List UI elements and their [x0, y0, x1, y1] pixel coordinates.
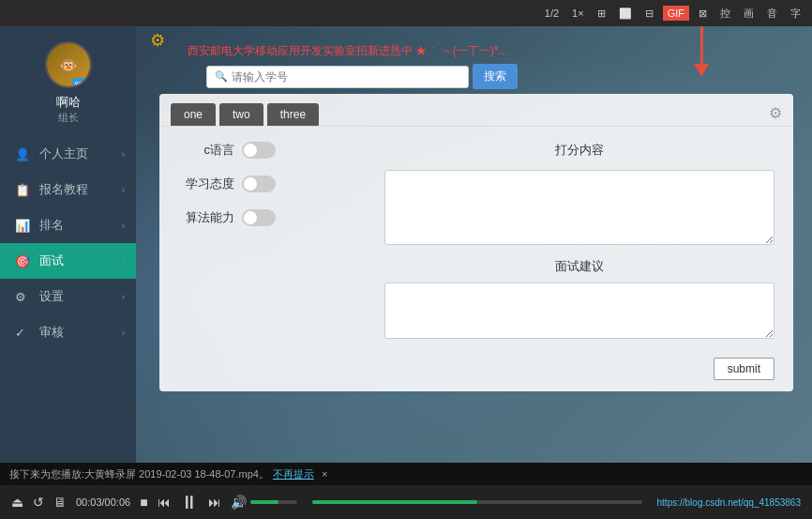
toolbar-control[interactable]: 控 — [716, 5, 734, 23]
search-bar: 🔍 搜索 — [206, 64, 803, 89]
algorithm-toggle[interactable] — [242, 209, 276, 226]
sidebar-item-audit[interactable]: ✓ 审核 › — [0, 314, 136, 350]
prev-icon[interactable]: ⏮ — [158, 495, 171, 510]
form-row-attitude: 学习态度 — [178, 176, 366, 192]
toolbar-gif[interactable]: GIF — [663, 6, 689, 21]
settings-chevron: › — [122, 292, 125, 302]
player-controls: ⏏ ↺ 🖥 00:03/00:06 ■ ⏮ ⏸ ⏭ 🔊 https://blog… — [0, 485, 812, 519]
profile-label: 个人主页 — [39, 145, 88, 162]
toolbar-ratio[interactable]: 1/2 — [541, 6, 563, 21]
search-icon: 🔍 — [215, 70, 228, 83]
enroll-icon: 📋 — [15, 183, 32, 197]
panel-gear-icon[interactable]: ⚙ — [769, 104, 782, 126]
next-icon[interactable]: ⏭ — [208, 495, 221, 510]
eject-icon[interactable]: ⏏ — [11, 495, 23, 510]
audit-icon: ✓ — [15, 326, 32, 340]
submit-row: submit — [159, 358, 793, 391]
submit-button[interactable]: submit — [714, 358, 774, 380]
ranking-label: 排名 — [39, 217, 64, 234]
score-label: 打分内容 — [384, 142, 774, 159]
toolbar-text[interactable]: 字 — [787, 5, 804, 23]
search-input[interactable] — [232, 70, 460, 84]
sidebar-item-enroll[interactable]: 📋 报名教程 › — [0, 172, 136, 207]
screen-icon[interactable]: 🖥 — [53, 495, 67, 510]
interview-label: 面试 — [39, 252, 64, 269]
volume-icon[interactable]: 🔊 — [231, 495, 247, 510]
form-left: c语言 学习态度 算法能力 — [178, 142, 366, 343]
interview-chevron: › — [122, 256, 125, 267]
score-textarea[interactable] — [384, 170, 774, 245]
form-row-algorithm: 算法能力 — [178, 209, 366, 226]
attitude-label: 学习态度 — [178, 176, 234, 192]
sidebar: 🐵 web 啊哈 组长 👤 个人主页 › 📋 报名教程 › 📊 排名 › 🎯 面… — [0, 26, 136, 463]
toolbar-btn-3[interactable]: ⊟ — [641, 6, 657, 22]
form-right: 打分内容 面试建议 — [384, 142, 774, 343]
sidebar-item-ranking[interactable]: 📊 排名 › — [0, 207, 136, 243]
toolbar-zoom[interactable]: 1× — [568, 6, 588, 21]
toolbar-audio[interactable]: 音 — [763, 5, 781, 23]
settings-top-icon[interactable]: ⚙ — [150, 30, 165, 51]
audit-label: 审核 — [39, 324, 64, 341]
sidebar-item-profile[interactable]: 👤 个人主页 › — [0, 136, 136, 172]
toolbar-btn-1[interactable]: ⊞ — [594, 6, 609, 22]
avatar: 🐵 web — [45, 41, 92, 88]
web-badge: web — [72, 78, 92, 88]
top-toolbar: 1/2 1× ⊞ ⬜ ⊟ GIF ⊠ 控 画 音 字 — [0, 0, 812, 26]
pause-icon[interactable]: ⏸ — [180, 492, 199, 513]
audit-chevron: › — [122, 328, 125, 338]
bottom-bar: 接下来为您播放:大黄蜂录屏 2019-02-03 18-48-07.mp4。 不… — [0, 463, 812, 519]
search-button[interactable]: 搜索 — [473, 64, 518, 89]
tab-three[interactable]: three — [267, 103, 319, 126]
sidebar-item-settings[interactable]: ⚙ 设置 › — [0, 279, 136, 314]
marquee-text: 西安邮电大学移动应用开发实验室招新进恳中 ★｀ ～(一丁一)*... — [188, 43, 803, 59]
suggestion-label: 面试建议 — [384, 258, 774, 275]
settings-label: 设置 — [39, 288, 64, 305]
toolbar-draw[interactable]: 画 — [740, 5, 758, 23]
time-display: 00:03/00:06 — [76, 496, 130, 508]
progress-fill — [312, 500, 477, 504]
no-remind-link[interactable]: 不再提示 — [273, 467, 314, 481]
arrow-line — [700, 26, 703, 64]
profile-chevron: › — [122, 149, 125, 160]
toolbar-btn-2[interactable]: ⬜ — [615, 6, 636, 22]
notification-close-icon[interactable]: × — [322, 468, 327, 480]
attitude-toggle[interactable] — [242, 176, 276, 192]
search-input-wrapper[interactable]: 🔍 — [206, 66, 469, 88]
username: 啊哈 — [56, 94, 81, 111]
ranking-chevron: › — [122, 221, 125, 231]
sidebar-profile: 🐵 web 啊哈 组长 — [0, 26, 136, 136]
stop-icon[interactable]: ■ — [140, 495, 147, 510]
form-row-clang: c语言 — [178, 142, 366, 159]
main-panel: one two three ⚙ c语言 学习态度 算法能力 打分内容 面试建议 — [159, 94, 793, 391]
algorithm-label: 算法能力 — [178, 209, 234, 226]
settings-icon: ⚙ — [15, 290, 32, 304]
progress-bar[interactable] — [312, 500, 642, 504]
interview-icon: 🎯 — [15, 254, 32, 268]
suggestion-textarea[interactable] — [384, 282, 774, 339]
ranking-icon: 📊 — [15, 219, 32, 233]
repeat-icon[interactable]: ↺ — [33, 495, 44, 510]
user-role: 组长 — [58, 111, 79, 125]
url-display: https://blog.csdn.net/qq_41853863 — [657, 497, 801, 508]
profile-icon: 👤 — [15, 147, 32, 161]
tab-one[interactable]: one — [171, 103, 216, 126]
sidebar-menu: 👤 个人主页 › 📋 报名教程 › 📊 排名 › 🎯 面试 › ⚙ 设置 › ✓… — [0, 136, 136, 463]
enroll-chevron: › — [122, 185, 125, 195]
form-area: c语言 学习态度 算法能力 打分内容 面试建议 — [159, 127, 793, 358]
volume-area: 🔊 — [231, 495, 297, 510]
clang-label: c语言 — [178, 142, 234, 159]
volume-bar[interactable] — [250, 500, 297, 504]
sidebar-item-interview[interactable]: 🎯 面试 › — [0, 243, 136, 279]
tab-two[interactable]: two — [219, 103, 263, 126]
tab-bar: one two three ⚙ — [159, 94, 793, 127]
enroll-label: 报名教程 — [39, 181, 88, 198]
red-arrow-annotation — [694, 26, 709, 77]
clang-toggle[interactable] — [242, 142, 276, 159]
notification-text: 接下来为您播放:大黄蜂录屏 2019-02-03 18-48-07.mp4。 — [9, 467, 269, 481]
toolbar-btn-4[interactable]: ⊠ — [695, 6, 711, 22]
notification-bar: 接下来为您播放:大黄蜂录屏 2019-02-03 18-48-07.mp4。 不… — [0, 463, 812, 485]
arrow-head — [694, 64, 709, 77]
volume-fill — [250, 500, 278, 504]
